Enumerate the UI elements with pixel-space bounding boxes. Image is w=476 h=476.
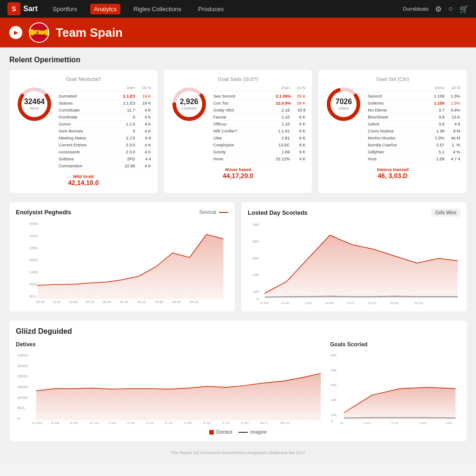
svg-text:800: 800 [252,256,259,260]
goals-chart-title: Goals Scoried [330,341,460,348]
svg-text:63.00: 63.00 [36,300,45,304]
nav-links: Sportfurs Analytcs Rigles Collections Pr… [49,4,392,14]
svg-text:800: 800 [331,354,337,357]
recent-section-title: Relent Operimettion [9,56,467,64]
svg-text:26.30: 26.30 [119,300,128,304]
svg-text:40.0: 40.0 [260,422,268,425]
last-day-chart-area: 300 600 800 400 100 0 [248,221,460,305]
play-button[interactable]: ▶ [9,26,22,39]
svg-text:6.90: 6.90 [70,422,78,425]
legend-red-icon [209,430,214,435]
nav-user-text: Durnibleats [403,6,429,12]
svg-text:2000: 2000 [17,364,28,368]
table-row: Greity Hkol2.1833 8 [213,107,306,114]
logo-text: Sart [23,5,38,13]
stat-footer-3-label: Smervy Inassed [325,167,460,172]
table-row: Solitona2FG4 4 [59,156,151,163]
table-row: Covre Nutona1.389 M [368,128,460,135]
stat-card-2-inner: 2,926 Lonkom Jnan 24 N See Sonnot2.1.09%… [171,86,306,163]
svg-text:400: 400 [252,273,259,277]
svg-text:600: 600 [252,239,259,244]
goals-chart-area: 800 550 600 440 100 0 Eostdforum [330,351,460,426]
svg-text:5000: 5000 [29,222,38,226]
team-title: Team Spain [56,26,123,40]
nav-right: Durnibleats ⚙ ○ 🛒 [403,5,469,13]
svg-text:10,655: 10,655 [260,301,269,304]
svg-text:85.1: 85.1 [29,294,37,298]
table-row: Dunneted2.1.E319 K [59,93,151,100]
table-row: Gem Bonnes04 K [59,128,151,135]
bottom-legend: Diented Imagine [16,430,460,435]
nav-icon-3[interactable]: 🛒 [459,5,469,13]
stat-3-val: 7026 [336,98,352,106]
stat-donut-2: 2,926 Lonkom [171,86,208,123]
nav-icon-1[interactable]: ⚙ [435,5,442,13]
svg-text:28,000: 28,000 [390,301,399,304]
svg-text:22,520: 22,520 [368,301,377,304]
stat-donut-3: 7026 Viites [325,86,362,123]
bottom-charts-row: Detives 1900 2000 2500 2000 2000 801 0 C… [16,341,460,426]
svg-text:4.24: 4.24 [146,422,154,425]
stat-card-3-title: Gael Set (Ctn) [325,76,460,82]
last-day-chart-title: Losted Day Scorieds [248,209,308,216]
table-row: Gdlythec5.14 % [368,149,460,156]
stat-footer-1-label: Wild Srold [16,174,151,179]
svg-text:25.20: 25.20 [86,300,94,304]
svg-text:550: 550 [331,369,337,372]
svg-text:5,000: 5,000 [32,422,42,425]
nav-rigles[interactable]: Rigles Collections [130,4,185,14]
svg-text:14.01: 14.01 [53,300,61,304]
analytics-chart-title: Enolysist Peghedls [16,209,71,216]
svg-text:3.20: 3.20 [203,422,211,425]
table-row: Senocd1.1591.5% [368,93,460,100]
nav-sportfurs[interactable]: Sportfurs [49,4,81,14]
analytics-chart-header: Enolysist Peghedls Seorical [16,209,228,216]
svg-text:1.40: 1.40 [184,422,192,425]
legend-item-1-label: Diented [216,430,232,435]
svg-text:2000: 2000 [17,385,28,389]
svg-text:100: 100 [331,413,337,416]
svg-text:2500: 2500 [17,375,28,378]
stat-table-2: Jnan 24 N See Sonnot2.1.09%29 K Con Tso2… [213,86,306,163]
svg-text:6000: 6000 [29,258,38,262]
grlls-wins-button[interactable]: Grlls Wins [431,209,460,217]
svg-text:2000: 2000 [17,396,28,400]
nav-icon-2[interactable]: ○ [448,5,453,13]
stat-table-1-header: Jnen Ck N [59,86,151,92]
svg-text:0: 0 [331,420,333,423]
svg-text:46.22: 46.22 [138,300,146,304]
nav-produces[interactable]: Produces [194,4,227,14]
svg-text:26.11: 26.11 [280,422,291,425]
stats-row: Goal Neobctat'l 32464 Wins [9,70,467,193]
charts-row: Enolysist Peghedls Seorical 5000 1003 26… [9,202,467,311]
svg-text:44.20: 44.20 [190,300,198,304]
stat-card-3-inner: 7026 Viites Jems 40 N Senocd1.1591.5% [325,86,460,163]
legend-item-diented: Diented [209,430,232,435]
stat-card-1-title: Goal Neobctat'l [16,76,151,82]
detives-chart-area: 1900 2000 2500 2000 2000 801 0 Crnun Can… [16,351,321,426]
table-row: Beor5lneet3.813.K [368,114,460,121]
stat-card-3-footer: Smervy Inassed 46, 3,03.D [325,167,460,179]
stat-table-3-header: Jems 40 N [368,86,460,92]
svg-text:4.00: 4.00 [108,422,116,425]
stat-footer-2-label: Wover hased [171,167,306,172]
table-row: Frontinate04 K [59,114,151,121]
svg-text:25.30: 25.30 [155,300,163,304]
table-row: See Sonnot2.1.09%29 K [213,93,306,100]
goals-chart: Goals Scoried 800 550 600 440 100 0 Eost… [330,341,460,426]
stat-card-1: Goal Neobctat'l 32464 Wins [9,70,158,193]
svg-marker-30 [264,235,457,298]
svg-text:1900: 1900 [17,354,28,357]
svg-text:801: 801 [17,406,25,410]
svg-text:6.6B: 6.6B [51,422,60,425]
nav-analytcs[interactable]: Analytcs [90,4,120,14]
svg-text:1308: 1308 [29,270,38,274]
table-row: Officuu1.106 K [213,121,306,128]
stat-donut-1: 32464 Wins [16,86,53,123]
stat-card-1-inner: 32464 Wins Jnen Ck N Dunneted2.1.E319 K [16,86,151,170]
team-flag: 🇪🇸 [29,22,49,43]
stat-card-2-footer: Wover hased 44,17,20.0 [171,167,306,179]
logo[interactable]: S Sart [7,2,38,15]
svg-text:0: 0 [17,417,20,421]
legend-line-red [219,212,228,213]
